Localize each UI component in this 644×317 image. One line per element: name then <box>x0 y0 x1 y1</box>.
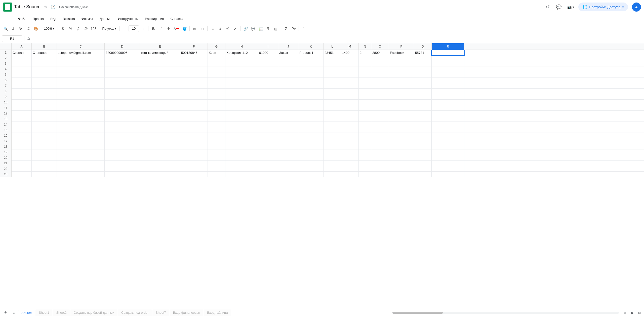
cell-D10[interactable] <box>105 100 140 105</box>
col-header-C[interactable]: C <box>57 43 105 50</box>
cell-D17[interactable] <box>105 138 140 144</box>
menu-help[interactable]: Справка <box>168 16 186 22</box>
percent-btn[interactable]: % <box>67 25 74 32</box>
cell-O7[interactable] <box>371 83 389 89</box>
col-header-E[interactable]: E <box>140 43 180 50</box>
cell-P11[interactable] <box>389 105 414 111</box>
cell-O23[interactable] <box>371 172 389 177</box>
cell-P2[interactable] <box>389 55 414 61</box>
cell-K2[interactable] <box>298 55 324 61</box>
cell-G9[interactable] <box>208 94 225 100</box>
increase-decimal-btn[interactable]: . 00 <box>82 25 89 32</box>
cell-M11[interactable] <box>341 105 359 111</box>
cell-O20[interactable] <box>371 155 389 161</box>
cell-D9[interactable] <box>105 94 140 100</box>
cell-H9[interactable] <box>225 94 258 100</box>
cell-G11[interactable] <box>208 105 225 111</box>
cell-L16[interactable] <box>324 133 341 138</box>
cell-H6[interactable] <box>225 77 258 83</box>
row-number[interactable]: 17 <box>0 138 12 144</box>
cell-O3[interactable] <box>371 61 389 66</box>
col-header-J[interactable]: J <box>278 43 298 50</box>
col-header-R[interactable]: R <box>432 43 464 50</box>
row-number[interactable]: 1 <box>0 50 12 55</box>
cell-A7[interactable] <box>12 83 32 89</box>
cell-F17[interactable] <box>180 138 208 144</box>
cell-B22[interactable] <box>32 166 57 172</box>
cell-I15[interactable] <box>258 127 278 133</box>
cell-D4[interactable] <box>105 66 140 72</box>
cell-O18[interactable] <box>371 144 389 149</box>
paint-format-btn[interactable]: 🎨 <box>32 25 39 32</box>
cell-R1[interactable] <box>432 50 464 55</box>
cell-K6[interactable] <box>298 77 324 83</box>
cell-A21[interactable] <box>12 161 32 166</box>
cell-O2[interactable] <box>371 55 389 61</box>
col-header-G[interactable]: G <box>208 43 225 50</box>
cell-reference-input[interactable] <box>2 35 22 42</box>
cell-Q14[interactable] <box>414 122 432 127</box>
cell-A18[interactable] <box>12 144 32 149</box>
cell-I8[interactable] <box>258 89 278 94</box>
cell-J18[interactable] <box>278 144 298 149</box>
cell-O1[interactable]: 2800 <box>371 50 389 55</box>
cell-J6[interactable] <box>278 77 298 83</box>
cell-C14[interactable] <box>57 122 105 127</box>
cell-H8[interactable] <box>225 89 258 94</box>
horizontal-scrollbar[interactable] <box>392 312 619 314</box>
cell-F14[interactable] <box>180 122 208 127</box>
cell-I3[interactable] <box>258 61 278 66</box>
cell-O5[interactable] <box>371 72 389 77</box>
cell-O19[interactable] <box>371 149 389 155</box>
cell-I9[interactable] <box>258 94 278 100</box>
cell-B2[interactable] <box>32 55 57 61</box>
row-number[interactable]: 12 <box>0 111 12 116</box>
cell-F1[interactable]: 500139846 <box>180 50 208 55</box>
cell-D19[interactable] <box>105 149 140 155</box>
cell-N11[interactable] <box>359 105 371 111</box>
sheets-menu-btn[interactable]: ≡ <box>10 309 17 316</box>
row-number[interactable]: 10 <box>0 100 12 105</box>
cell-M1[interactable]: 1400 <box>341 50 359 55</box>
cell-H4[interactable] <box>225 66 258 72</box>
cell-Q13[interactable] <box>414 116 432 122</box>
cell-G7[interactable] <box>208 83 225 89</box>
sheet-tab-sheet1[interactable]: Sheet1 <box>35 309 52 316</box>
menu-view[interactable]: Вид <box>47 16 59 22</box>
cell-H5[interactable] <box>225 72 258 77</box>
cell-M21[interactable] <box>341 161 359 166</box>
cell-H15[interactable] <box>225 127 258 133</box>
cell-F3[interactable] <box>180 61 208 66</box>
cell-Q3[interactable] <box>414 61 432 66</box>
macro-btn[interactable]: Рv <box>290 25 297 32</box>
cell-N3[interactable] <box>359 61 371 66</box>
row-number[interactable]: 18 <box>0 144 12 149</box>
print-btn[interactable]: 🖨 <box>25 25 32 32</box>
cell-E2[interactable] <box>140 55 180 61</box>
camera-btn[interactable]: 📷 ▾ <box>565 4 576 10</box>
cell-E21[interactable] <box>140 161 180 166</box>
cell-J17[interactable] <box>278 138 298 144</box>
cell-Q12[interactable] <box>414 111 432 116</box>
cell-K3[interactable] <box>298 61 324 66</box>
cell-C16[interactable] <box>57 133 105 138</box>
cell-J14[interactable] <box>278 122 298 127</box>
cell-M22[interactable] <box>341 166 359 172</box>
cell-F4[interactable] <box>180 66 208 72</box>
cell-N21[interactable] <box>359 161 371 166</box>
cell-N18[interactable] <box>359 144 371 149</box>
row-number[interactable]: 19 <box>0 149 12 155</box>
cell-M4[interactable] <box>341 66 359 72</box>
cell-M14[interactable] <box>341 122 359 127</box>
cell-K18[interactable] <box>298 144 324 149</box>
cell-E1[interactable]: тест комментарий <box>140 50 180 55</box>
cell-P12[interactable] <box>389 111 414 116</box>
italic-btn[interactable]: I <box>157 25 165 32</box>
cell-H1[interactable]: Хрещатик 112 <box>225 50 258 55</box>
cell-H21[interactable] <box>225 161 258 166</box>
cell-R21[interactable] <box>432 161 464 166</box>
valign-btn[interactable]: ⬍ <box>217 25 224 32</box>
cell-M8[interactable] <box>341 89 359 94</box>
cell-J13[interactable] <box>278 116 298 122</box>
cell-K15[interactable] <box>298 127 324 133</box>
